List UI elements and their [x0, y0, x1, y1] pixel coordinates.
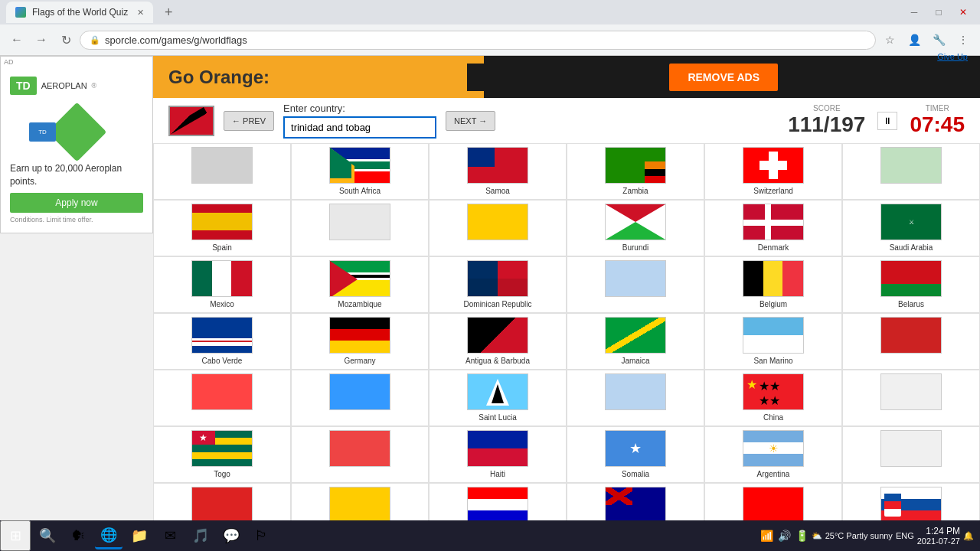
flag-country-name: Haiti	[490, 470, 505, 479]
next-button[interactable]: NEXT →	[446, 111, 495, 131]
prev-button[interactable]: ← PREV	[224, 111, 274, 131]
start-button[interactable]: ⊞	[0, 520, 31, 551]
flag-country-name: Switzerland	[753, 187, 793, 196]
flag-cell[interactable]: Antigua & Barbuda	[429, 313, 567, 370]
flag-cell[interactable]: Dominican Republic	[429, 256, 567, 313]
browser-chrome: Flags of the World Quiz ✕ + ─ □ ✕ ← → ↻ …	[0, 0, 980, 56]
battery-icon[interactable]: 🔋	[795, 530, 808, 542]
flag-image	[743, 260, 804, 297]
profile-icon[interactable]: 👤	[903, 29, 925, 51]
pause-button[interactable]: ⏸	[877, 112, 897, 130]
minimize-button[interactable]: ─	[903, 2, 925, 23]
country-input[interactable]	[283, 116, 436, 139]
settings-icon[interactable]: ⋮	[952, 29, 974, 51]
taskbar-chat[interactable]: 💬	[217, 522, 245, 549]
flag-cell[interactable]: ★Togo	[153, 426, 291, 483]
card-image: TD	[29, 122, 56, 142]
flag-cell[interactable]: Switzerland	[704, 143, 842, 200]
network-icon[interactable]: 📶	[760, 530, 773, 542]
flag-cell[interactable]	[291, 370, 429, 426]
flag-image	[880, 487, 942, 523]
address-bar[interactable]: 🔒 sporcle.com/games/g/worldflags	[80, 31, 876, 50]
active-tab[interactable]: Flags of the World Quiz ✕	[6, 2, 153, 23]
taskbar-flag[interactable]: 🏳	[248, 522, 276, 549]
flag-cell[interactable]: ☀Argentina	[704, 426, 842, 483]
taskbar-music[interactable]: 🎵	[187, 522, 214, 549]
title-bar: Flags of the World Quiz ✕ + ─ □ ✕	[0, 0, 980, 24]
taskbar-cortana[interactable]: 🗣	[64, 522, 92, 549]
flag-cell[interactable]: ★Somalia	[567, 426, 704, 483]
flag-cell[interactable]: San Marino	[704, 313, 842, 370]
maximize-button[interactable]: □	[928, 2, 949, 23]
taskbar-icons: 🔍 🗣 🌐 📁 ✉ 🎵 💬 🏳	[31, 522, 279, 549]
flag-cell[interactable]: Cabo Verde	[153, 313, 291, 370]
flag-cell[interactable]: South Africa	[291, 143, 429, 200]
flag-image	[605, 204, 666, 240]
volume-icon[interactable]: 🔊	[778, 530, 791, 542]
flag-cell[interactable]	[567, 370, 704, 426]
new-tab-button[interactable]: +	[158, 2, 179, 23]
flag-cell[interactable]	[842, 313, 980, 370]
forward-button[interactable]: →	[31, 29, 52, 51]
notification-icon[interactable]: 🔔	[963, 531, 974, 541]
flag-cell[interactable]: Mexico	[153, 256, 291, 313]
flag-image	[191, 147, 253, 184]
flag-cell[interactable]	[291, 426, 429, 483]
flag-country-name: Denmark	[758, 243, 789, 253]
taskbar-explorer[interactable]: 📁	[126, 522, 153, 549]
close-button[interactable]: ✕	[952, 2, 974, 23]
flag-cell[interactable]	[153, 143, 291, 200]
flag-cell[interactable]: ★★★★★China	[704, 370, 842, 426]
flag-country-name: Saudi Arabia	[890, 243, 933, 253]
give-up-link[interactable]: Give Up	[937, 52, 968, 61]
flag-cell[interactable]	[291, 200, 429, 256]
flag-cell[interactable]: Denmark	[704, 200, 842, 256]
ad-label: AD	[1, 57, 152, 67]
flag-cell[interactable]	[429, 200, 567, 256]
flag-image	[191, 204, 253, 240]
flag-cell[interactable]: Burundi	[567, 200, 704, 256]
flag-cell[interactable]: Spain	[153, 200, 291, 256]
flag-image	[191, 487, 253, 523]
remove-ads-button[interactable]: REMOVE ADS	[669, 64, 778, 91]
flag-image	[329, 373, 390, 410]
flag-image	[191, 317, 253, 354]
taskbar-search[interactable]: 🔍	[34, 522, 61, 549]
flag-cell[interactable]: Saint Lucia	[429, 370, 567, 426]
td-advertisement: TD AEROPLAN ® TD Earn up to 20,000 Aerop…	[1, 67, 152, 233]
flag-cell[interactable]: Samoa	[429, 143, 567, 200]
tab-close-button[interactable]: ✕	[137, 8, 144, 18]
flag-cell[interactable]: Haiti	[429, 426, 567, 483]
flag-cell[interactable]: Zambia	[567, 143, 704, 200]
flag-cell[interactable]	[567, 256, 704, 313]
ad-cta-text: Earn up to 20,000 Aeroplan points.	[10, 162, 143, 188]
flag-cell[interactable]	[842, 370, 980, 426]
ad-banner-right: REMOVE ADS	[467, 64, 980, 91]
flag-image	[329, 147, 390, 184]
flag-cell[interactable]	[153, 370, 291, 426]
flag-cell[interactable]	[842, 143, 980, 200]
taskbar-browser[interactable]: 🌐	[95, 522, 122, 549]
flag-cell[interactable]: Jamaica	[567, 313, 704, 370]
reload-button[interactable]: ↻	[55, 29, 77, 51]
flag-cell[interactable]: ⚔Saudi Arabia	[842, 200, 980, 256]
flag-cell[interactable]: Belarus	[842, 256, 980, 313]
flag-country-name: Samoa	[485, 187, 510, 196]
flag-image: ⚔	[880, 204, 942, 240]
taskbar-email[interactable]: ✉	[156, 522, 184, 549]
flag-image	[880, 430, 942, 467]
flag-image	[743, 317, 804, 354]
flag-image	[743, 487, 804, 523]
flag-image	[880, 317, 942, 354]
flag-cell[interactable]: Belgium	[704, 256, 842, 313]
apply-button[interactable]: Apply now	[10, 193, 143, 213]
flag-image: ★★★★★	[743, 373, 804, 410]
flag-cell[interactable]: Mozambique	[291, 256, 429, 313]
extensions-icon[interactable]: 🔧	[928, 29, 949, 51]
main-game-area: Go Orange: REMOVE ADS ← PREV Enter count…	[153, 56, 980, 551]
flag-image	[605, 260, 666, 297]
flag-cell[interactable]: Germany	[291, 313, 429, 370]
bookmark-icon[interactable]: ☆	[879, 29, 900, 51]
back-button[interactable]: ←	[6, 29, 28, 51]
flag-cell[interactable]	[842, 426, 980, 483]
